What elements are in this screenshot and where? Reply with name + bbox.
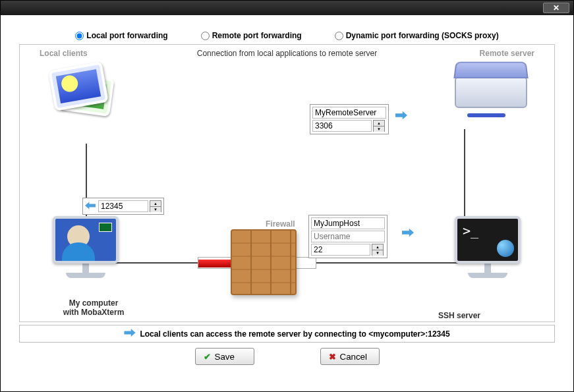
radio-dynamic-forwarding[interactable]: Dynamic port forwarding (SOCKS proxy) (335, 31, 499, 40)
radio-dynamic-label: Dynamic port forwarding (SOCKS proxy) (346, 31, 499, 40)
close-button[interactable]: ✕ (543, 3, 569, 13)
arrow-right-icon (402, 228, 414, 237)
arrow-right-icon (395, 111, 407, 120)
radio-remote-forwarding[interactable]: Remote port forwarding (201, 31, 302, 40)
radio-dynamic-input[interactable] (335, 32, 343, 40)
label-my-computer-l2: with MobaXterm (63, 308, 125, 317)
remote-server-icon (451, 61, 531, 121)
radio-remote-label: Remote port forwarding (212, 31, 302, 40)
local-port-input[interactable] (98, 200, 148, 212)
local-clients-icon (46, 63, 125, 136)
diagram-subtitle: Connection from local applications to re… (197, 49, 377, 58)
ssh-port-input[interactable] (311, 244, 370, 256)
label-ssh-server: SSH server (438, 311, 480, 320)
spin-down-icon[interactable]: ▼ (374, 126, 384, 132)
button-row: ✔ Save ✖ Cancel (19, 348, 555, 365)
spin-down-icon[interactable]: ▼ (150, 207, 161, 212)
spin-down-icon[interactable]: ▼ (372, 250, 383, 256)
label-my-computer: My computer with MobaXterm (54, 298, 133, 317)
remote-host-input[interactable] (312, 107, 386, 119)
cancel-button[interactable]: ✖ Cancel (320, 348, 380, 365)
footer-note-text: Local clients can access the remote serv… (140, 329, 449, 339)
footer-note: Local clients can access the remote serv… (19, 325, 555, 343)
my-computer-icon (43, 216, 129, 295)
spin-up-icon[interactable]: ▲ (372, 244, 383, 250)
close-icon: ✕ (553, 3, 560, 13)
radio-local-input[interactable] (75, 32, 84, 40)
ssh-user-input[interactable] (311, 231, 385, 242)
remote-server-group: ▲▼ (310, 104, 389, 134)
svg-marker-3 (125, 329, 136, 337)
label-my-computer-l1: My computer (69, 298, 119, 308)
arrow-right-icon (124, 329, 136, 339)
diagram-box: Connection from local applications to re… (19, 44, 555, 322)
spin-up-icon[interactable]: ▲ (374, 121, 384, 126)
ssh-server-icon: >_ (445, 216, 531, 295)
label-firewall: Firewall (266, 219, 295, 229)
svg-marker-2 (85, 202, 96, 209)
save-button-label: Save (215, 352, 235, 362)
spin-up-icon[interactable]: ▲ (150, 201, 161, 207)
ssh-jump-group: ▲▼ (308, 215, 387, 258)
remote-port-spinner[interactable]: ▲▼ (373, 120, 385, 132)
local-port-group: ▲▼ (82, 198, 164, 215)
radio-local-forwarding[interactable]: Local port forwarding (75, 31, 167, 40)
title-bar: ✕ (1, 1, 573, 15)
check-icon: ✔ (204, 352, 211, 362)
radio-local-label: Local port forwarding (86, 31, 167, 40)
save-button[interactable]: ✔ Save (195, 348, 254, 365)
svg-marker-0 (395, 111, 407, 120)
dialog-body: Local port forwarding Remote port forwar… (1, 15, 573, 373)
firewall-icon (231, 229, 297, 295)
local-port-spinner[interactable]: ▲▼ (150, 200, 161, 212)
label-local-clients: Local clients (40, 49, 88, 58)
svg-marker-1 (402, 229, 414, 237)
remote-port-input[interactable] (312, 120, 372, 132)
radio-remote-input[interactable] (201, 32, 210, 40)
forwarding-type-radios: Local port forwarding Remote port forwar… (19, 31, 555, 40)
ssh-port-spinner[interactable]: ▲▼ (372, 244, 384, 256)
cancel-button-label: Cancel (340, 352, 368, 362)
label-remote-server: Remote server (480, 49, 534, 58)
ssh-host-input[interactable] (311, 217, 385, 229)
cross-icon: ✖ (329, 352, 336, 362)
arrow-left-icon (85, 202, 96, 211)
